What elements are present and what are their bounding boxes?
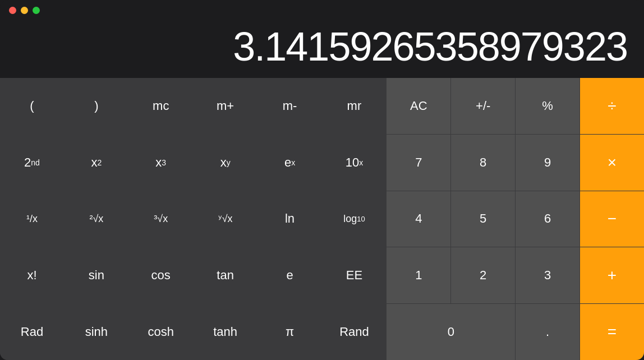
x3-button[interactable]: x3 [129, 135, 193, 191]
close-paren-button[interactable]: ) [65, 78, 128, 134]
e-button[interactable]: e [258, 247, 322, 303]
3-button[interactable]: 3 [516, 247, 579, 303]
tanh-button[interactable]: tanh [194, 304, 257, 360]
rand-button[interactable]: Rand [323, 304, 387, 360]
m-minus-button[interactable]: m- [258, 78, 322, 134]
0-button[interactable]: 0 [387, 304, 515, 360]
sqrt2-button[interactable]: ²√x [65, 191, 128, 247]
m-plus-button[interactable]: m+ [194, 78, 257, 134]
2nd-button[interactable]: 2nd [0, 135, 64, 191]
2-button[interactable]: 2 [451, 247, 515, 303]
mr-button[interactable]: mr [323, 78, 387, 134]
inv-button[interactable]: ¹/x [0, 191, 64, 247]
factorial-button[interactable]: x! [0, 247, 64, 303]
sqrt3-button[interactable]: ³√x [129, 191, 193, 247]
ex-button[interactable]: ex [258, 135, 322, 191]
pi-button[interactable]: π [258, 304, 322, 360]
5-button[interactable]: 5 [451, 191, 515, 247]
4-button[interactable]: 4 [387, 191, 450, 247]
percent-button[interactable]: % [516, 78, 579, 134]
sinh-button[interactable]: sinh [65, 304, 128, 360]
6-button[interactable]: 6 [516, 191, 579, 247]
display: 3.14159265358979323 [0, 21, 644, 78]
1-button[interactable]: 1 [387, 247, 450, 303]
7-button[interactable]: 7 [387, 135, 450, 191]
ac-button[interactable]: AC [387, 78, 450, 134]
add-button[interactable]: + [580, 247, 644, 303]
title-bar [0, 0, 644, 21]
close-button[interactable] [9, 7, 16, 14]
minimize-button[interactable] [21, 7, 28, 14]
display-value: 3.14159265358979323 [17, 26, 627, 67]
8-button[interactable]: 8 [451, 135, 515, 191]
cos-button[interactable]: cos [129, 247, 193, 303]
xy-button[interactable]: xy [194, 135, 257, 191]
maximize-button[interactable] [33, 7, 40, 14]
multiply-button[interactable]: × [580, 135, 644, 191]
mc-button[interactable]: mc [129, 78, 193, 134]
buttons-grid: ( ) mc m+ m- mr AC +/- % ÷ 2nd x2 x3 xy … [0, 78, 644, 360]
9-button[interactable]: 9 [516, 135, 579, 191]
10x-button[interactable]: 10x [323, 135, 387, 191]
subtract-button[interactable]: − [580, 191, 644, 247]
rad-button[interactable]: Rad [0, 304, 64, 360]
tan-button[interactable]: tan [194, 247, 257, 303]
x2-button[interactable]: x2 [65, 135, 128, 191]
sin-button[interactable]: sin [65, 247, 128, 303]
calculator: 3.14159265358979323 ( ) mc m+ m- mr AC +… [0, 0, 644, 360]
open-paren-button[interactable]: ( [0, 78, 64, 134]
ln-button[interactable]: ln [258, 191, 322, 247]
log10-button[interactable]: log10 [323, 191, 387, 247]
sqrty-button[interactable]: ʸ√x [194, 191, 257, 247]
equals-button[interactable]: = [580, 304, 644, 360]
dot-button[interactable]: . [516, 304, 579, 360]
divide-button[interactable]: ÷ [580, 78, 644, 134]
plus-minus-button[interactable]: +/- [451, 78, 515, 134]
cosh-button[interactable]: cosh [129, 304, 193, 360]
ee-button[interactable]: EE [323, 247, 387, 303]
